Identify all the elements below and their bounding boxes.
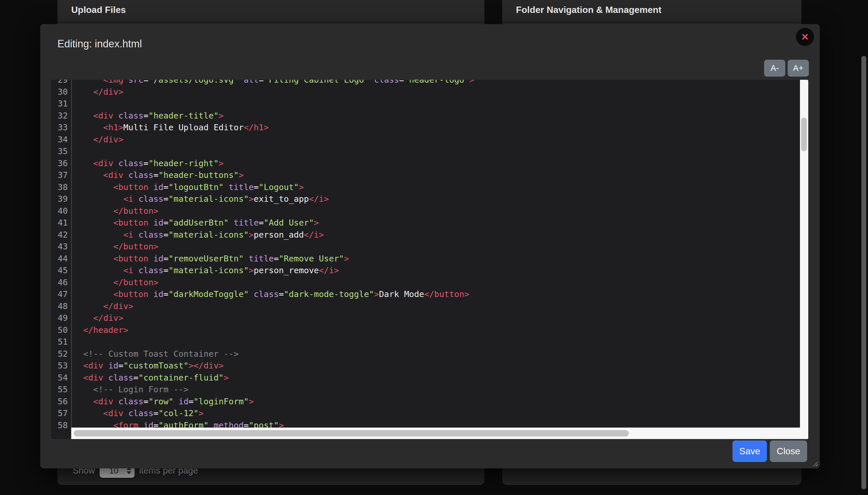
font-decrease-button[interactable]: A- <box>764 60 785 76</box>
line-number: 32 <box>51 110 71 122</box>
code-line <box>73 98 800 110</box>
code-line: </div> <box>73 312 800 324</box>
line-number: 50 <box>51 324 71 336</box>
resize-grip-icon[interactable] <box>812 461 818 466</box>
code-line: </button> <box>73 241 800 253</box>
scrollbar-corner <box>800 428 808 439</box>
line-number: 43 <box>51 241 71 253</box>
line-number: 53 <box>51 360 71 372</box>
close-button[interactable]: Close <box>770 441 807 462</box>
code-line: <!-- Login Form --> <box>73 384 800 396</box>
line-number-gutter: 2930313233343536373839404142434445464748… <box>51 80 71 431</box>
save-button[interactable]: Save <box>733 441 767 462</box>
line-number: 54 <box>51 372 71 384</box>
code-line: <div class="col-12"> <box>73 408 800 420</box>
code-line: <div id="customToast"></div> <box>73 360 800 372</box>
line-number: 56 <box>51 396 71 408</box>
code-line: <h1>Multi File Upload Editor</h1> <box>73 122 800 134</box>
code-line: <div class="container-fluid"> <box>73 372 800 384</box>
code-line: </div> <box>73 86 800 98</box>
code-line: </button> <box>73 277 800 289</box>
line-number: 34 <box>51 134 71 146</box>
line-number: 47 <box>51 288 71 301</box>
upload-files-card-header: Upload Files <box>57 0 484 22</box>
line-number: 39 <box>51 193 71 205</box>
vertical-scrollbar-thumb[interactable] <box>801 118 807 151</box>
upload-files-title: Upload Files <box>57 0 484 15</box>
app-screen: Upload Files Folder Navigation & Managem… <box>0 0 868 495</box>
line-number: 55 <box>51 384 71 396</box>
line-number: 37 <box>51 169 71 181</box>
code-line: </div> <box>73 134 800 146</box>
line-number: 45 <box>51 264 71 277</box>
code-line: <i class="material-icons">person_remove<… <box>73 264 800 277</box>
line-number: 33 <box>51 122 71 134</box>
line-number: 35 <box>51 146 71 157</box>
code-line: <div class="header-title"> <box>73 110 800 122</box>
code-line: </div> <box>73 301 800 312</box>
code-line: <div class="row" id="loginForm"> <box>73 396 800 408</box>
editor-vertical-scrollbar[interactable] <box>800 80 808 428</box>
line-number: 40 <box>51 205 71 217</box>
code-line: <div class="header-right"> <box>73 157 800 170</box>
line-number: 29 <box>51 80 71 86</box>
code-line: <div class="header-buttons"> <box>73 169 800 181</box>
line-number: 48 <box>51 301 71 312</box>
horizontal-scrollbar-thumb[interactable] <box>74 430 629 437</box>
line-number: 58 <box>51 420 71 431</box>
code-line: <button id="addUserBtn" title="Add User"… <box>73 217 800 229</box>
line-number: 46 <box>51 277 71 289</box>
editor-horizontal-scrollbar[interactable] <box>71 428 800 439</box>
code-line <box>73 336 800 348</box>
code-line: <i class="material-icons">person_add</i> <box>73 229 800 241</box>
line-number: 36 <box>51 157 71 170</box>
gutter-separator <box>71 80 72 428</box>
line-number: 30 <box>51 86 71 98</box>
modal-close-icon[interactable]: ✕ <box>796 28 814 46</box>
code-lines[interactable]: <img src="/assets/logo.svg" alt="Filing … <box>72 80 800 431</box>
code-line: </button> <box>73 205 800 217</box>
edit-file-modal: Editing: index.html ✕ A- A+ 293031323334… <box>40 24 820 468</box>
code-line: <button id="darkModeToggle" class="dark-… <box>73 288 800 301</box>
line-number: 57 <box>51 408 71 420</box>
page-scrollbar-thumb[interactable] <box>862 56 866 489</box>
code-line: </header> <box>73 324 800 336</box>
modal-title: Editing: index.html <box>57 38 142 50</box>
code-line: <button id="logoutBtn" title="Logout"> <box>73 181 800 193</box>
code-line: <i class="material-icons">exit_to_app</i… <box>73 193 800 205</box>
code-editor[interactable]: 2930313233343536373839404142434445464748… <box>51 80 808 439</box>
code-line <box>73 146 800 157</box>
line-number: 51 <box>51 336 71 348</box>
line-number: 52 <box>51 348 71 360</box>
line-number: 44 <box>51 253 71 265</box>
folder-navigation-title: Folder Navigation & Management <box>502 0 801 15</box>
folder-navigation-card-header: Folder Navigation & Management <box>502 0 801 22</box>
code-line: <!-- Custom Toast Container --> <box>73 348 800 360</box>
line-number: 41 <box>51 217 71 229</box>
line-number: 31 <box>51 98 71 110</box>
close-x-icon: ✕ <box>801 32 809 42</box>
line-number: 42 <box>51 229 71 241</box>
line-number: 49 <box>51 312 71 324</box>
code-line: <img src="/assets/logo.svg" alt="Filing … <box>73 80 800 86</box>
font-increase-button[interactable]: A+ <box>788 60 809 76</box>
code-line: <button id="removeUserBtn" title="Remove… <box>73 253 800 265</box>
line-number: 38 <box>51 181 71 193</box>
